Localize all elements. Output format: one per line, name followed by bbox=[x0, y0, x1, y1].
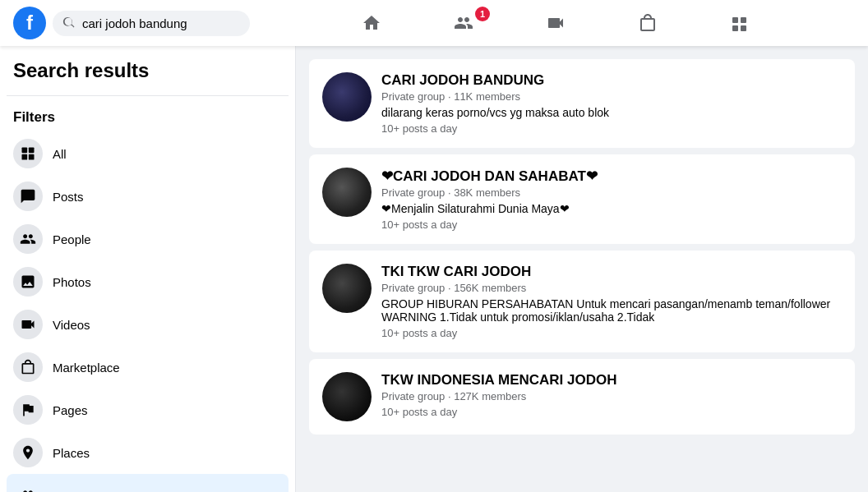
result-card-1[interactable]: CARI JODOH BANDUNG Private group · 11K m… bbox=[309, 59, 855, 148]
places-icon bbox=[13, 438, 43, 467]
videos-icon bbox=[13, 310, 43, 339]
result-avatar-4 bbox=[322, 372, 372, 421]
marketplace-icon bbox=[13, 352, 43, 382]
result-desc-1: dilarang keras porno/vcs yg maksa auto b… bbox=[381, 106, 842, 119]
nav-menu-button[interactable] bbox=[694, 3, 786, 43]
nav-marketplace-button[interactable] bbox=[602, 3, 694, 43]
filter-posts[interactable]: Posts bbox=[7, 175, 289, 218]
result-meta-2: Private group · 38K members bbox=[381, 186, 842, 199]
all-icon bbox=[13, 139, 43, 168]
friends-notification-badge: 1 bbox=[475, 7, 490, 21]
result-info-2: ❤CARI JODOH DAN SAHABAT❤ Private group ·… bbox=[381, 168, 842, 231]
nav-home-button[interactable] bbox=[326, 3, 418, 43]
result-info-3: TKI TKW CARI JODOH Private group · 156K … bbox=[381, 264, 842, 339]
result-avatar-3 bbox=[322, 264, 372, 313]
result-meta-4: Private group · 127K members bbox=[381, 390, 842, 402]
nav-icons: 1 bbox=[256, 3, 855, 43]
result-avatar-2 bbox=[322, 168, 372, 217]
filter-groups[interactable]: Groups bbox=[7, 474, 289, 492]
result-info-4: TKW INDONESIA MENCARI JODOH Private grou… bbox=[381, 372, 842, 421]
result-posts-4: 10+ posts a day bbox=[381, 406, 842, 418]
result-info-1: CARI JODOH BANDUNG Private group · 11K m… bbox=[381, 72, 842, 135]
filter-people-label: People bbox=[53, 232, 91, 246]
logo-letter: f bbox=[26, 11, 33, 34]
search-icon bbox=[62, 16, 76, 31]
search-bar[interactable] bbox=[53, 11, 250, 36]
filter-videos[interactable]: Videos bbox=[7, 303, 289, 346]
main-layout: Search results Filters All Posts People bbox=[0, 46, 868, 492]
result-posts-1: 10+ posts a day bbox=[381, 122, 842, 135]
result-avatar-1 bbox=[322, 72, 372, 122]
header: f 1 bbox=[0, 0, 868, 46]
filter-pages-label: Pages bbox=[53, 403, 88, 417]
filter-marketplace[interactable]: Marketplace bbox=[7, 346, 289, 389]
filter-people[interactable]: People bbox=[7, 218, 289, 260]
result-posts-2: 10+ posts a day bbox=[381, 218, 842, 231]
filter-videos-label: Videos bbox=[53, 318, 90, 332]
content-area: CARI JODOH BANDUNG Private group · 11K m… bbox=[296, 46, 868, 492]
filter-places-label: Places bbox=[53, 446, 90, 460]
svg-rect-5 bbox=[29, 148, 35, 154]
result-meta-1: Private group · 11K members bbox=[381, 90, 842, 103]
filter-all[interactable]: All bbox=[7, 132, 289, 175]
filter-groups-label: Groups bbox=[53, 489, 96, 493]
filter-all-label: All bbox=[53, 147, 67, 161]
filter-photos-label: Photos bbox=[53, 275, 91, 289]
filter-places[interactable]: Places bbox=[7, 431, 289, 474]
filter-marketplace-label: Marketplace bbox=[53, 361, 120, 375]
result-name-1: CARI JODOH BANDUNG bbox=[381, 72, 842, 89]
search-input[interactable] bbox=[82, 16, 240, 30]
filters-label: Filters bbox=[7, 106, 289, 132]
pages-icon bbox=[13, 395, 43, 425]
result-posts-3: 10+ posts a day bbox=[381, 327, 842, 339]
nav-video-button[interactable] bbox=[510, 3, 602, 43]
result-desc-2: ❤Menjalin Silaturahmi Dunia Maya❤ bbox=[381, 202, 842, 215]
nav-friends-button[interactable]: 1 bbox=[418, 3, 510, 43]
svg-rect-2 bbox=[732, 25, 738, 31]
result-card-4[interactable]: TKW INDONESIA MENCARI JODOH Private grou… bbox=[309, 359, 855, 435]
filter-pages[interactable]: Pages bbox=[7, 389, 289, 431]
posts-icon bbox=[13, 182, 43, 211]
groups-icon bbox=[13, 481, 43, 492]
photos-icon bbox=[13, 267, 43, 297]
sidebar: Search results Filters All Posts People bbox=[0, 46, 296, 492]
svg-rect-7 bbox=[29, 154, 35, 160]
svg-rect-0 bbox=[732, 17, 738, 23]
svg-rect-1 bbox=[741, 17, 746, 23]
result-desc-3: GROUP HIBURAN PERSAHABATAN Untuk mencari… bbox=[381, 297, 842, 324]
sidebar-divider bbox=[7, 95, 289, 96]
result-meta-3: Private group · 156K members bbox=[381, 282, 842, 294]
result-card-2[interactable]: ❤CARI JODOH DAN SAHABAT❤ Private group ·… bbox=[309, 154, 855, 244]
filter-posts-label: Posts bbox=[53, 190, 84, 204]
svg-rect-6 bbox=[22, 154, 28, 160]
result-name-2: ❤CARI JODOH DAN SAHABAT❤ bbox=[381, 168, 842, 185]
page-title: Search results bbox=[7, 59, 289, 89]
facebook-logo[interactable]: f bbox=[13, 7, 46, 39]
filter-photos[interactable]: Photos bbox=[7, 260, 289, 303]
result-name-3: TKI TKW CARI JODOH bbox=[381, 264, 842, 280]
svg-rect-4 bbox=[22, 148, 28, 154]
people-icon bbox=[13, 224, 43, 254]
svg-rect-3 bbox=[741, 25, 746, 31]
result-card-3[interactable]: TKI TKW CARI JODOH Private group · 156K … bbox=[309, 251, 855, 352]
result-name-4: TKW INDONESIA MENCARI JODOH bbox=[381, 372, 842, 389]
